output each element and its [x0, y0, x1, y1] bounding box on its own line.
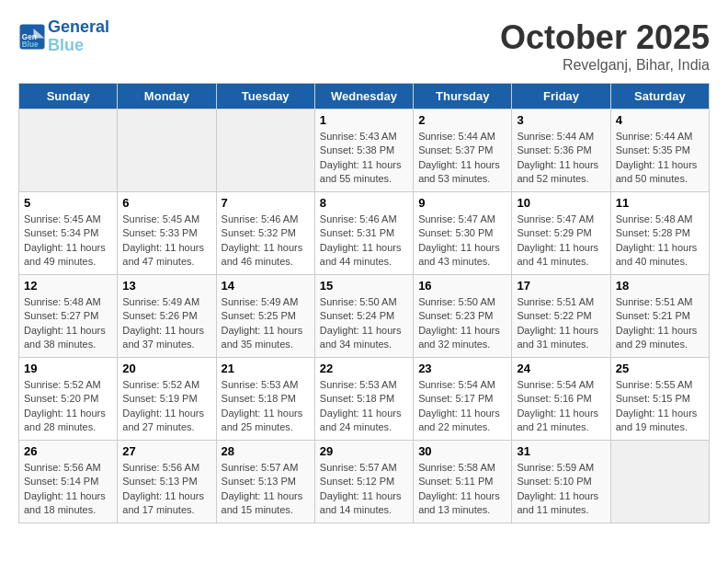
calendar-cell: 24Sunrise: 5:54 AM Sunset: 5:16 PM Dayli…: [512, 358, 610, 441]
day-info: Sunrise: 5:45 AM Sunset: 5:33 PM Dayligh…: [122, 213, 210, 270]
calendar-cell: 22Sunrise: 5:53 AM Sunset: 5:18 PM Dayli…: [314, 358, 413, 441]
calendar-table: SundayMondayTuesdayWednesdayThursdayFrid…: [18, 83, 710, 523]
calendar-cell: 5Sunrise: 5:45 AM Sunset: 5:34 PM Daylig…: [19, 192, 118, 275]
day-number: 11: [616, 196, 704, 210]
day-number: 29: [320, 444, 408, 458]
day-number: 24: [517, 362, 605, 375]
day-number: 8: [320, 196, 408, 210]
header-row: SundayMondayTuesdayWednesdayThursdayFrid…: [19, 84, 710, 109]
calendar-cell: 20Sunrise: 5:52 AM Sunset: 5:19 PM Dayli…: [118, 358, 216, 441]
weekday-header: Tuesday: [216, 84, 314, 109]
calendar-cell: 15Sunrise: 5:50 AM Sunset: 5:24 PM Dayli…: [314, 275, 413, 358]
day-number: 1: [320, 113, 408, 127]
day-number: 16: [418, 279, 506, 293]
calendar-cell: 26Sunrise: 5:56 AM Sunset: 5:14 PM Dayli…: [19, 441, 118, 523]
weekday-header: Saturday: [610, 84, 709, 109]
day-info: Sunrise: 5:52 AM Sunset: 5:20 PM Dayligh…: [24, 378, 112, 435]
location-subtitle: Revelganj, Bihar, India: [500, 57, 710, 74]
calendar-cell: [610, 441, 709, 523]
calendar-body: 1Sunrise: 5:43 AM Sunset: 5:38 PM Daylig…: [19, 109, 710, 523]
day-number: 4: [616, 113, 704, 127]
logo-text: General Blue: [48, 18, 109, 55]
day-info: Sunrise: 5:57 AM Sunset: 5:12 PM Dayligh…: [320, 461, 408, 518]
calendar-cell: 1Sunrise: 5:43 AM Sunset: 5:38 PM Daylig…: [314, 109, 413, 192]
day-info: Sunrise: 5:50 AM Sunset: 5:24 PM Dayligh…: [320, 295, 408, 352]
day-number: 6: [122, 196, 210, 210]
calendar-cell: 21Sunrise: 5:53 AM Sunset: 5:18 PM Dayli…: [216, 358, 314, 441]
calendar-cell: 18Sunrise: 5:51 AM Sunset: 5:21 PM Dayli…: [610, 275, 709, 358]
day-info: Sunrise: 5:52 AM Sunset: 5:19 PM Dayligh…: [122, 378, 210, 435]
day-info: Sunrise: 5:53 AM Sunset: 5:18 PM Dayligh…: [222, 378, 310, 435]
logo-line1: General: [48, 17, 109, 36]
day-number: 18: [616, 279, 704, 293]
day-number: 15: [320, 279, 408, 293]
day-info: Sunrise: 5:49 AM Sunset: 5:26 PM Dayligh…: [122, 295, 210, 352]
day-number: 12: [24, 279, 112, 293]
calendar-cell: 28Sunrise: 5:57 AM Sunset: 5:13 PM Dayli…: [216, 441, 314, 523]
calendar-cell: 25Sunrise: 5:55 AM Sunset: 5:15 PM Dayli…: [610, 358, 709, 441]
day-number: 19: [24, 362, 112, 375]
day-number: 22: [320, 362, 408, 375]
month-title: October 2025: [500, 18, 710, 57]
day-info: Sunrise: 5:44 AM Sunset: 5:36 PM Dayligh…: [517, 130, 605, 187]
page-header: Gen Blue General Blue October 2025 Revel…: [18, 18, 710, 74]
calendar-cell: 17Sunrise: 5:51 AM Sunset: 5:22 PM Dayli…: [512, 275, 610, 358]
day-number: 14: [222, 279, 310, 293]
calendar-header: SundayMondayTuesdayWednesdayThursdayFrid…: [19, 84, 710, 109]
calendar-cell: 10Sunrise: 5:47 AM Sunset: 5:29 PM Dayli…: [512, 192, 610, 275]
day-info: Sunrise: 5:48 AM Sunset: 5:27 PM Dayligh…: [24, 295, 112, 352]
logo-icon: Gen Blue: [18, 23, 46, 51]
calendar-cell: 19Sunrise: 5:52 AM Sunset: 5:20 PM Dayli…: [19, 358, 118, 441]
calendar-cell: 3Sunrise: 5:44 AM Sunset: 5:36 PM Daylig…: [512, 109, 610, 192]
day-info: Sunrise: 5:56 AM Sunset: 5:14 PM Dayligh…: [24, 461, 112, 518]
calendar-cell: 27Sunrise: 5:56 AM Sunset: 5:13 PM Dayli…: [118, 441, 216, 523]
calendar-cell: [19, 109, 118, 192]
day-info: Sunrise: 5:59 AM Sunset: 5:10 PM Dayligh…: [517, 461, 605, 518]
day-info: Sunrise: 5:49 AM Sunset: 5:25 PM Dayligh…: [222, 295, 310, 352]
calendar-cell: 12Sunrise: 5:48 AM Sunset: 5:27 PM Dayli…: [19, 275, 118, 358]
logo-line2: Blue: [48, 36, 84, 54]
day-info: Sunrise: 5:48 AM Sunset: 5:28 PM Dayligh…: [616, 213, 704, 270]
day-number: 28: [222, 444, 310, 458]
day-number: 20: [122, 362, 210, 375]
day-number: 26: [24, 444, 112, 458]
calendar-week-row: 26Sunrise: 5:56 AM Sunset: 5:14 PM Dayli…: [19, 441, 710, 523]
calendar-cell: 13Sunrise: 5:49 AM Sunset: 5:26 PM Dayli…: [118, 275, 216, 358]
day-number: 10: [517, 196, 605, 210]
calendar-week-row: 1Sunrise: 5:43 AM Sunset: 5:38 PM Daylig…: [19, 109, 710, 192]
day-info: Sunrise: 5:51 AM Sunset: 5:21 PM Dayligh…: [616, 295, 704, 352]
calendar-cell: 8Sunrise: 5:46 AM Sunset: 5:31 PM Daylig…: [314, 192, 413, 275]
day-number: 30: [418, 444, 506, 458]
day-number: 5: [24, 196, 112, 210]
calendar-cell: 14Sunrise: 5:49 AM Sunset: 5:25 PM Dayli…: [216, 275, 314, 358]
calendar-cell: 4Sunrise: 5:44 AM Sunset: 5:35 PM Daylig…: [610, 109, 709, 192]
calendar-cell: 7Sunrise: 5:46 AM Sunset: 5:32 PM Daylig…: [216, 192, 314, 275]
weekday-header: Monday: [118, 84, 216, 109]
day-info: Sunrise: 5:51 AM Sunset: 5:22 PM Dayligh…: [517, 295, 605, 352]
weekday-header: Friday: [512, 84, 610, 109]
day-info: Sunrise: 5:56 AM Sunset: 5:13 PM Dayligh…: [122, 461, 210, 518]
calendar-cell: 2Sunrise: 5:44 AM Sunset: 5:37 PM Daylig…: [414, 109, 512, 192]
calendar-cell: 16Sunrise: 5:50 AM Sunset: 5:23 PM Dayli…: [414, 275, 512, 358]
day-info: Sunrise: 5:44 AM Sunset: 5:35 PM Dayligh…: [616, 130, 704, 187]
day-number: 31: [517, 444, 605, 458]
svg-text:Blue: Blue: [22, 40, 39, 49]
day-info: Sunrise: 5:53 AM Sunset: 5:18 PM Dayligh…: [320, 378, 408, 435]
day-number: 17: [517, 279, 605, 293]
weekday-header: Wednesday: [314, 84, 413, 109]
day-number: 7: [222, 196, 310, 210]
day-number: 27: [122, 444, 210, 458]
calendar-cell: 11Sunrise: 5:48 AM Sunset: 5:28 PM Dayli…: [610, 192, 709, 275]
calendar-week-row: 19Sunrise: 5:52 AM Sunset: 5:20 PM Dayli…: [19, 358, 710, 441]
day-info: Sunrise: 5:47 AM Sunset: 5:30 PM Dayligh…: [418, 213, 506, 270]
day-info: Sunrise: 5:46 AM Sunset: 5:32 PM Dayligh…: [222, 213, 310, 270]
day-info: Sunrise: 5:43 AM Sunset: 5:38 PM Dayligh…: [320, 130, 408, 187]
day-info: Sunrise: 5:54 AM Sunset: 5:17 PM Dayligh…: [418, 378, 506, 435]
title-block: October 2025 Revelganj, Bihar, India: [500, 18, 710, 74]
calendar-cell: 31Sunrise: 5:59 AM Sunset: 5:10 PM Dayli…: [512, 441, 610, 523]
calendar-week-row: 5Sunrise: 5:45 AM Sunset: 5:34 PM Daylig…: [19, 192, 710, 275]
weekday-header: Sunday: [19, 84, 118, 109]
day-info: Sunrise: 5:54 AM Sunset: 5:16 PM Dayligh…: [517, 378, 605, 435]
calendar-cell: 29Sunrise: 5:57 AM Sunset: 5:12 PM Dayli…: [314, 441, 413, 523]
day-info: Sunrise: 5:47 AM Sunset: 5:29 PM Dayligh…: [517, 213, 605, 270]
